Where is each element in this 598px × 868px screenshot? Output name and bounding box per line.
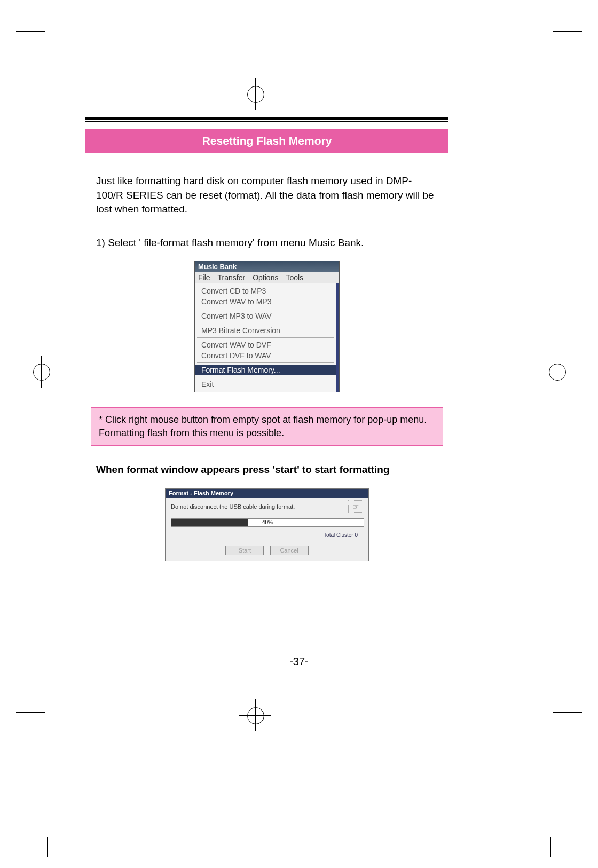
registration-mark (541, 356, 573, 388)
cancel-button[interactable]: Cancel (270, 546, 309, 555)
page-content: Resetting Flash Memory Just like formatt… (85, 117, 448, 561)
format-dialog-screenshot: Format - Flash Memory Do not disconnect … (165, 488, 369, 561)
menu-item-exit[interactable]: Exit (195, 379, 336, 390)
progress-bar: 40% (171, 518, 364, 527)
dialog-titlebar: Format - Flash Memory (166, 489, 368, 498)
menu-separator (197, 337, 334, 338)
start-button[interactable]: Start (225, 546, 264, 555)
menu-tools[interactable]: Tools (286, 273, 303, 282)
menu-separator (197, 377, 334, 377)
menu-item-convert-mp3-wav[interactable]: Convert MP3 to WAV (195, 311, 336, 321)
registration-mark (239, 699, 271, 731)
menu-item-convert-dvf-wav[interactable]: Convert DVF to WAV (195, 350, 336, 361)
step-1-text: 1) Select ' file-format flash memory' fr… (96, 237, 438, 249)
divider (85, 117, 448, 120)
crop-mark (550, 837, 551, 857)
menu-screenshot: Music Bank File Transfer Options Tools C… (194, 261, 340, 392)
menu-separator (197, 362, 334, 363)
crop-mark (16, 712, 45, 713)
menu-transfer[interactable]: Transfer (218, 273, 246, 282)
menu-separator (197, 323, 334, 323)
note-box: * Click right mouse button from empty sp… (91, 407, 443, 446)
section-header: Resetting Flash Memory (85, 129, 448, 153)
menu-item-convert-cd-mp3[interactable]: Convert CD to MP3 (195, 286, 336, 296)
menu-item-format-flash[interactable]: Format Flash Memory... (195, 365, 336, 375)
crop-mark (550, 857, 582, 857)
crop-mark (473, 712, 473, 741)
menubar: File Transfer Options Tools (195, 272, 339, 283)
crop-mark (47, 837, 48, 857)
dropdown-menu: Convert CD to MP3 Convert WAV to MP3 Con… (195, 283, 339, 392)
divider (85, 121, 448, 122)
menu-options[interactable]: Options (253, 273, 278, 282)
dialog-warning-text: Do not disconnect the USB cable during f… (171, 503, 295, 510)
page-number: -37- (0, 656, 598, 668)
hand-icon: ☞ (348, 500, 363, 513)
progress-fill (171, 519, 248, 526)
menu-item-convert-wav-dvf[interactable]: Convert WAV to DVF (195, 340, 336, 350)
window-titlebar: Music Bank (195, 261, 339, 272)
crop-mark (553, 31, 582, 32)
menu-item-mp3-bitrate[interactable]: MP3 Bitrate Conversion (195, 325, 336, 336)
registration-mark (239, 78, 271, 110)
crop-mark (16, 857, 48, 857)
step-2-text: When format window appears press 'start'… (96, 464, 438, 476)
crop-mark (16, 31, 45, 32)
registration-mark (25, 356, 57, 388)
menu-item-convert-wav-mp3[interactable]: Convert WAV to MP3 (195, 296, 336, 307)
crop-mark (553, 712, 582, 713)
cluster-label: Total Cluster 0 (166, 531, 368, 542)
intro-paragraph: Just like formatting hard disk on comput… (96, 174, 438, 217)
menu-file[interactable]: File (198, 273, 210, 282)
menu-separator (197, 309, 334, 309)
crop-mark (473, 3, 473, 32)
progress-percent: 40% (262, 519, 273, 525)
